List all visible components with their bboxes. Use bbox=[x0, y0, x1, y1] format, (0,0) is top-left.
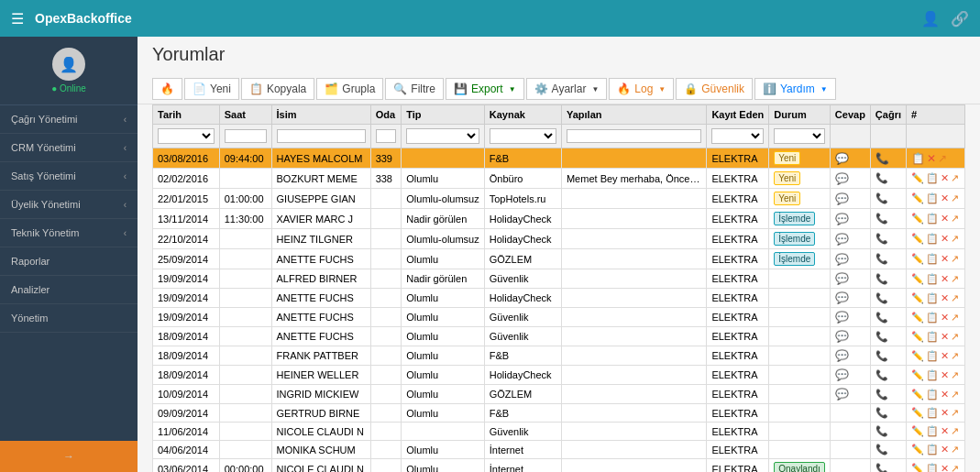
delete-action-icon[interactable]: ✕ bbox=[941, 331, 949, 343]
sidebar-item-cagri[interactable]: Çağrı Yönetimi ‹ bbox=[0, 105, 138, 134]
call-icon[interactable]: 📞 bbox=[875, 425, 888, 436]
group-button[interactable]: 🗂️ Grupla bbox=[316, 78, 383, 100]
edit-action-icon[interactable]: ✏️ bbox=[911, 444, 924, 456]
call-icon[interactable]: 📞 bbox=[875, 253, 888, 264]
call-icon[interactable]: 📞 bbox=[875, 369, 888, 380]
copy-action-icon[interactable]: 📋 bbox=[926, 273, 939, 285]
filter-durum[interactable] bbox=[769, 125, 831, 148]
chat-icon[interactable]: 💬 bbox=[835, 192, 849, 205]
filter-isim[interactable] bbox=[271, 125, 370, 148]
edit-action-icon[interactable]: ✏️ bbox=[911, 192, 924, 204]
forward-action-icon[interactable]: ↗ bbox=[951, 233, 959, 245]
edit-action-icon[interactable]: ✏️ bbox=[911, 407, 924, 419]
call-icon[interactable]: 📞 bbox=[875, 312, 888, 323]
table-row[interactable]: 22/10/2014HEINZ TILGNEROlumlu-olumsuzHol… bbox=[153, 229, 965, 249]
delete-action-icon[interactable]: ✕ bbox=[941, 425, 949, 437]
logout-button[interactable]: → bbox=[0, 441, 138, 472]
sidebar-item-yonetim[interactable]: Yönetim bbox=[0, 304, 138, 333]
edit-action-icon[interactable]: ✏️ bbox=[911, 273, 924, 285]
delete-action-icon[interactable]: ✕ bbox=[941, 444, 949, 456]
forward-action-icon[interactable]: ↗ bbox=[951, 253, 959, 265]
edit-action-icon[interactable]: ✏️ bbox=[911, 463, 924, 472]
forward-action-icon[interactable]: ↗ bbox=[951, 213, 959, 225]
copy-action-icon[interactable]: 📋 bbox=[926, 407, 939, 419]
copy-action-icon[interactable]: 📋 bbox=[911, 152, 925, 165]
edit-action-icon[interactable]: ✏️ bbox=[911, 213, 924, 225]
delete-action-icon[interactable]: ✕ bbox=[941, 172, 949, 184]
forward-action-icon[interactable]: ↗ bbox=[951, 273, 959, 285]
filter-oda[interactable] bbox=[370, 125, 402, 148]
delete-action-icon[interactable]: ✕ bbox=[941, 292, 949, 304]
edit-action-icon[interactable]: ✏️ bbox=[911, 292, 924, 304]
sidebar-item-analizler[interactable]: Analizler bbox=[0, 276, 138, 304]
call-icon[interactable]: 📞 bbox=[875, 233, 888, 244]
forward-action-icon[interactable]: ↗ bbox=[951, 444, 959, 456]
sidebar-item-satis[interactable]: Satış Yönetimi ‹ bbox=[0, 162, 138, 191]
table-row[interactable]: 18/09/2014FRANK PATTBEROlumluF&BELEKTRA💬… bbox=[153, 346, 965, 366]
forward-action-icon[interactable]: ↗ bbox=[951, 331, 959, 343]
delete-action-icon[interactable]: ✕ bbox=[941, 463, 949, 472]
sidebar-item-uyelik[interactable]: Üyelik Yönetimi ‹ bbox=[0, 191, 138, 219]
copy-action-icon[interactable]: 📋 bbox=[926, 213, 939, 225]
sidebar-item-raporlar[interactable]: Raporlar bbox=[0, 247, 138, 276]
forward-action-icon[interactable]: ↗ bbox=[951, 172, 959, 184]
copy-action-icon[interactable]: 📋 bbox=[926, 389, 939, 401]
edit-action-icon[interactable]: ✏️ bbox=[911, 253, 924, 265]
delete-action-icon[interactable]: ✕ bbox=[941, 369, 949, 381]
forward-action-icon[interactable]: ↗ bbox=[951, 292, 959, 304]
copy-action-icon[interactable]: 📋 bbox=[926, 233, 939, 245]
edit-action-icon[interactable]: ✏️ bbox=[911, 233, 924, 245]
forward-action-icon[interactable]: ↗ bbox=[951, 407, 959, 419]
share-icon[interactable]: 🔗 bbox=[951, 10, 969, 27]
edit-action-icon[interactable]: ✏️ bbox=[911, 389, 924, 401]
edit-action-icon[interactable]: ✏️ bbox=[911, 425, 924, 437]
call-icon[interactable]: 📞 bbox=[875, 292, 888, 303]
forward-action-icon[interactable]: ↗ bbox=[951, 192, 959, 204]
copy-button[interactable]: 📋 Kopyala bbox=[241, 78, 314, 100]
edit-action-icon[interactable]: ✏️ bbox=[911, 350, 924, 362]
copy-action-icon[interactable]: 📋 bbox=[926, 369, 939, 381]
copy-action-icon[interactable]: 📋 bbox=[926, 192, 939, 204]
table-row[interactable]: 19/09/2014ALFRED BIRNERNadir görülenGüve… bbox=[153, 269, 965, 289]
table-row[interactable]: 03/08/201609:44:00HAYES MALCOLM339F&BELE… bbox=[153, 148, 965, 169]
chat-icon[interactable]: 💬 bbox=[835, 213, 849, 225]
call-icon[interactable]: 📞 bbox=[875, 407, 888, 418]
edit-action-icon[interactable]: ✏️ bbox=[911, 369, 924, 381]
copy-action-icon[interactable]: 📋 bbox=[926, 253, 939, 265]
filter-kayit[interactable] bbox=[707, 125, 769, 148]
filter-tarih[interactable] bbox=[153, 125, 220, 148]
chat-icon[interactable]: 💬 bbox=[835, 272, 849, 285]
call-icon[interactable]: 📞 bbox=[875, 152, 889, 165]
delete-action-icon[interactable]: ✕ bbox=[941, 312, 949, 324]
call-icon[interactable]: 📞 bbox=[875, 172, 888, 183]
export-button[interactable]: 💾 Export ▼ bbox=[446, 78, 524, 100]
delete-action-icon[interactable]: ✕ bbox=[941, 389, 949, 401]
table-row[interactable]: 10/09/2014INGRID MICKIEWOlumluGÖZLEMELEK… bbox=[153, 385, 965, 404]
filter-yapilan[interactable] bbox=[561, 125, 706, 148]
sidebar-item-teknik[interactable]: Teknik Yönetim ‹ bbox=[0, 219, 138, 247]
call-icon[interactable]: 📞 bbox=[875, 213, 888, 224]
settings-button[interactable]: ⚙️ Ayarlar ▼ bbox=[526, 78, 608, 100]
filter-kaynak[interactable] bbox=[484, 125, 561, 148]
delete-action-icon[interactable]: ✕ bbox=[941, 273, 949, 285]
call-icon[interactable]: 📞 bbox=[875, 444, 888, 455]
table-row[interactable]: 04/06/2014MONIKA SCHUMOlumluİnternetELEK… bbox=[153, 441, 965, 459]
chat-icon[interactable]: 💬 bbox=[835, 291, 849, 304]
forward-action-icon[interactable]: ↗ bbox=[951, 425, 959, 437]
forward-action-icon[interactable]: ↗ bbox=[951, 350, 959, 362]
delete-action-icon[interactable]: ✕ bbox=[941, 213, 949, 225]
edit-action-icon[interactable]: ✏️ bbox=[911, 312, 924, 324]
chat-icon[interactable]: 💬 bbox=[835, 233, 849, 246]
table-row[interactable]: 11/06/2014NICOLE CLAUDI NGüvenlikELEKTRA… bbox=[153, 423, 965, 441]
table-row[interactable]: 02/02/2016BOZKURT MEME338OlumluÖnbüroMem… bbox=[153, 169, 965, 189]
chat-icon[interactable]: 💬 bbox=[835, 311, 849, 324]
delete-action-icon[interactable]: ✕ bbox=[941, 407, 949, 419]
chat-icon[interactable]: 💬 bbox=[835, 330, 849, 343]
copy-action-icon[interactable]: 📋 bbox=[926, 331, 939, 343]
delete-action-icon[interactable]: ✕ bbox=[927, 152, 936, 165]
call-icon[interactable]: 📞 bbox=[875, 331, 888, 342]
table-row[interactable]: 18/09/2014HEINER WELLEROlumluHolidayChec… bbox=[153, 366, 965, 385]
call-icon[interactable]: 📞 bbox=[875, 273, 888, 284]
edit-action-icon[interactable]: ✏️ bbox=[911, 331, 924, 343]
chat-icon[interactable]: 💬 bbox=[835, 253, 849, 266]
